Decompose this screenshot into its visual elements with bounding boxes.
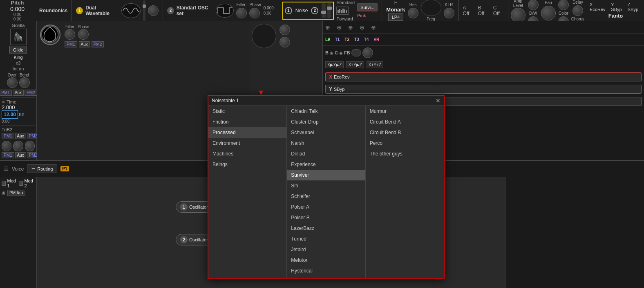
xyz-label-2[interactable]: X+Y▶Z (346, 61, 364, 68)
osc-phase-k[interactable] (78, 29, 89, 40)
routing-button[interactable]: ⊢ Routing (27, 164, 57, 173)
c-off-label: C Off (493, 5, 504, 16)
fx-y-letter: Y (329, 86, 332, 92)
nt-schleifer[interactable]: Schleifer (287, 191, 365, 202)
lp4-button[interactable]: LP4 (388, 14, 404, 21)
monark-knob2[interactable] (280, 37, 290, 47)
plus-icon-1[interactable]: ⊕ (325, 24, 330, 31)
osc-filter-knob[interactable] (236, 8, 247, 18)
nt-melotor[interactable]: Melotor (287, 255, 365, 266)
menu-icon[interactable]: ☰ (3, 166, 9, 172)
send-knob[interactable] (528, 0, 539, 10)
fx-slot-x[interactable]: X EcoRev (325, 72, 642, 81)
b-off-label: B Off (478, 5, 488, 16)
time-edit-value[interactable]: 12.00 (2, 110, 18, 119)
noisetable-title: Noisetable 1 (212, 98, 239, 104)
mod2-indicator-box[interactable] (19, 181, 23, 186)
fx-slot-y[interactable]: Y SByp (325, 85, 642, 94)
nt-circuit-bend-a[interactable]: Circuit Bend A (366, 117, 444, 127)
nt-lazerbazz[interactable]: LazerBazz (287, 223, 365, 234)
track-vr: VR (373, 37, 379, 42)
glide-button[interactable]: Glide (9, 46, 27, 54)
aux-main: Aux (15, 133, 26, 139)
nt-polser-a[interactable]: Polser A (287, 202, 365, 212)
osc2-node[interactable]: 2 Oscillator (176, 234, 212, 245)
nt-drillad[interactable]: Drillad (287, 148, 365, 159)
fb-toggle[interactable] (351, 49, 361, 56)
trib2-knob2[interactable] (13, 141, 23, 151)
osc-filter-k[interactable] (65, 29, 75, 40)
survi-button[interactable]: Survi... (357, 3, 378, 11)
standart-osc-section: 2 Standart OSC set Filter Phase 0.000 0.… (163, 0, 278, 21)
nt-narsh[interactable]: Narsh (287, 138, 365, 148)
size-knob[interactable] (558, 0, 569, 10)
nt-cluster-drop[interactable]: Cluster Drop (287, 117, 365, 127)
nt-sifi[interactable]: Sifi (287, 180, 365, 191)
nt-schwurbel[interactable]: Schwurbel (287, 127, 365, 138)
delay-knob[interactable] (572, 5, 583, 16)
time-label: Time (7, 99, 16, 104)
trib2-knob1[interactable] (2, 141, 11, 151)
dropdown-arrow: ▼ (257, 88, 265, 97)
mod1-indicator[interactable] (2, 181, 6, 186)
roundonics-label: Roundonics (39, 8, 67, 14)
nt-chladni-talk[interactable]: Chladni Talk (287, 106, 365, 117)
roundonics-section: Roundonics (35, 0, 72, 21)
noise-section: 1 Noise 2 Standard (278, 0, 382, 21)
nt-the-other-guys[interactable]: The other guys (366, 148, 444, 159)
nt-perco[interactable]: Perco (366, 138, 444, 148)
bend-knob[interactable] (19, 77, 30, 88)
nt-circuit-bend-b[interactable]: Circuit Bend B (366, 127, 444, 138)
nt-friction[interactable]: Friction (208, 117, 286, 127)
pitch-section: Pitch 0.000 0.00 0.00 (0, 0, 35, 21)
xyz-label-3[interactable]: X+Y+Z (367, 61, 383, 68)
fb-knob[interactable] (362, 47, 373, 58)
over-knob[interactable] (7, 77, 18, 88)
osc-phase-knob[interactable] (249, 8, 260, 18)
freq-label: Freq (427, 17, 435, 21)
plus-icon-2[interactable]: ⊕ (337, 24, 342, 31)
pan-knob[interactable] (541, 6, 556, 20)
nt-polser-b[interactable]: Polser B (287, 212, 365, 223)
nt-surviver[interactable]: Surviver (287, 170, 365, 180)
nt-machines[interactable]: Machines (208, 148, 286, 159)
nt-environment[interactable]: Environment (208, 138, 286, 148)
noise-box: 1 Noise 2 (282, 2, 334, 20)
nt-beings[interactable]: Beings (208, 159, 286, 170)
freq-knob-large[interactable] (421, 0, 441, 16)
a-off-label: A Off (463, 5, 473, 16)
forward-label: Forward (336, 16, 355, 21)
ktr-knob[interactable] (444, 8, 454, 18)
xyz-label-1[interactable]: X▶Y▶Z (325, 61, 344, 68)
pm1-main: PM1 (2, 133, 14, 139)
nt-hysterical[interactable]: Hysterical (287, 266, 365, 276)
osc-filter-lbl: Filter (65, 25, 74, 29)
noise-slider2[interactable] (327, 3, 331, 18)
monark-knob1[interactable] (280, 25, 290, 35)
osc1-node[interactable]: 1 Oscillator (176, 201, 212, 213)
noise-slider1[interactable] (322, 3, 326, 18)
nt-jetbird[interactable]: Jetbird (287, 244, 365, 255)
filter-knob[interactable] (148, 5, 159, 16)
nt-static[interactable]: Static (208, 106, 286, 117)
noisetable-close-button[interactable]: ✕ (436, 97, 441, 104)
right-panel-area (505, 177, 644, 288)
nt-murmur[interactable]: Murmur (366, 106, 444, 117)
pitch-sub1: 0.00 (13, 12, 21, 17)
trib2-knob3[interactable] (25, 141, 35, 151)
nt-processed[interactable]: Processed (208, 127, 286, 138)
nt-mood[interactable]: Mood (287, 276, 365, 278)
dual-wavetable-label: Dual Wavetable (85, 5, 119, 16)
pitch-value[interactable]: 0.000 (10, 6, 25, 12)
osc1-main-knob[interactable] (40, 25, 60, 45)
plus-icon-4[interactable]: ⊕ (360, 24, 364, 31)
nt-turned[interactable]: Turned (287, 234, 365, 244)
pm1-2: PM1 (2, 152, 14, 158)
c-indicator: C (335, 50, 338, 55)
res-knob[interactable] (408, 8, 418, 18)
nt-experience[interactable]: Experience (287, 159, 365, 170)
plus-icon-3[interactable]: ⊕ (348, 24, 353, 31)
plus-icon-5[interactable]: ⊕ (371, 24, 376, 31)
monark-main-knob[interactable] (252, 24, 276, 48)
amp-level-knob[interactable] (511, 8, 525, 22)
